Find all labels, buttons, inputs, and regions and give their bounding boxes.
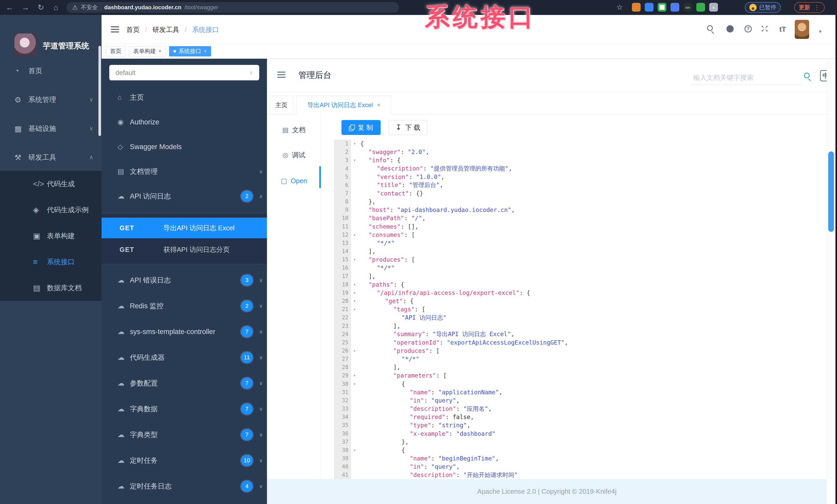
fold-arrow-icon[interactable]: ▾ <box>351 299 358 303</box>
api-group-param-config[interactable]: ☁参数配置7∨ <box>102 370 267 396</box>
pin-extension-icon[interactable] <box>645 3 654 12</box>
close-icon[interactable]: × <box>159 48 162 54</box>
bookmark-star-icon[interactable]: ☆ <box>617 3 623 12</box>
code-line: 20▾"get": { <box>334 297 827 305</box>
api-group-scheduled-job-log[interactable]: ☁定时任务日志4∨ <box>102 473 267 499</box>
fullscreen-icon[interactable]: ↖↗↙↘ <box>761 25 768 32</box>
kebab-menu-icon[interactable]: ⋮ <box>814 4 820 11</box>
chevron-icon[interactable]: ∨ <box>259 354 263 360</box>
help-icon[interactable]: ? <box>745 25 752 33</box>
api-group-sys-sms-template-controller[interactable]: ☁sys-sms-template-controller7∨ <box>102 319 267 344</box>
api-group-select[interactable]: default ∨ <box>109 65 259 80</box>
api-group-dict-type[interactable]: ☁字典类型7∨ <box>102 422 267 448</box>
chevron-icon[interactable]: ∨ <box>259 406 263 412</box>
sidebar-item-system[interactable]: ⚙系统管理∨ <box>0 85 102 114</box>
api-group-code-generator[interactable]: ☁代码生成器11∨ <box>102 344 267 370</box>
api-group-swagger-models[interactable]: ◇Swagger Models <box>102 134 267 159</box>
scrollbar-thumb[interactable] <box>828 151 834 232</box>
update-button[interactable]: 更新 ⋮ <box>794 2 825 13</box>
on-switch-extension-icon[interactable]: on <box>683 3 692 12</box>
chevron-down-icon[interactable]: ▾ <box>819 28 821 35</box>
api-group-redis-monitor[interactable]: ☁Redis 监控2∨ <box>102 293 267 319</box>
fold-arrow-icon[interactable]: ▾ <box>351 158 358 163</box>
chevron-icon[interactable]: ∨ <box>259 458 263 464</box>
breadcrumb-home[interactable]: 首页 <box>126 26 140 34</box>
fold-arrow-icon[interactable]: ▾ <box>351 232 358 237</box>
chevron-icon[interactable]: ∧ <box>259 193 263 199</box>
fold-arrow-icon[interactable]: ▾ <box>351 142 358 146</box>
leaf-extension-icon[interactable] <box>696 3 705 12</box>
breadcrumb-devtools[interactable]: 研发工具 <box>153 26 179 34</box>
tag-form-build[interactable]: 表单构建× <box>129 46 166 56</box>
download-icon: ↧ <box>395 125 402 130</box>
side-tab-document[interactable]: ▤文档 <box>267 122 321 137</box>
api-op-export-api-access-log-excel[interactable]: GET导出API 访问日志 Excel <box>102 218 267 238</box>
sidebar-item-codegen-demo[interactable]: ◈代码生成示例 <box>0 197 102 223</box>
paused-extension-button[interactable]: 已暂停 <box>745 2 781 13</box>
close-icon[interactable]: × <box>377 102 380 108</box>
api-group-authorize[interactable]: ◉Authorize <box>102 110 267 134</box>
api-group-post[interactable]: ☁岗位 <box>102 499 267 504</box>
search-icon[interactable] <box>707 25 713 32</box>
api-group-home[interactable]: ⌂主页 <box>102 85 267 110</box>
chevron-icon[interactable]: ∨ <box>259 483 263 489</box>
copy-button[interactable]: 复 制 <box>341 120 380 135</box>
tag-system-api[interactable]: 系统接口× <box>169 46 211 56</box>
doc-search-icon[interactable] <box>804 73 810 79</box>
chevron-icon[interactable]: ∨ <box>259 303 263 309</box>
line-number: 21 <box>334 305 351 313</box>
download-button[interactable]: ↧ 下 载 <box>389 120 427 135</box>
forward-icon[interactable]: → <box>22 3 29 12</box>
sidebar-item-form-build[interactable]: ▣表单构建 <box>0 223 102 249</box>
chevron-icon[interactable]: ∨ <box>259 168 263 174</box>
fold-arrow-icon[interactable]: ▾ <box>351 291 358 295</box>
side-tab-open[interactable]: ▢Open <box>267 173 321 188</box>
api-group-scheduled-job[interactable]: ☁定时任务10∨ <box>102 448 267 473</box>
fold-arrow-icon[interactable]: ▾ <box>351 373 358 378</box>
api-group-doc-manage[interactable]: ▤文档管理∨ <box>102 159 267 184</box>
github-icon[interactable] <box>727 25 734 33</box>
chevron-icon[interactable]: ∨ <box>259 380 263 386</box>
circle-extension-icon[interactable] <box>658 3 666 12</box>
share-extension-icon[interactable]: » <box>709 3 718 12</box>
sidebar-item-db-doc[interactable]: ▤数据库文档 <box>0 275 102 301</box>
fold-arrow-icon[interactable]: ▾ <box>351 282 358 287</box>
api-group-api-access-log[interactable]: ☁API 访问日志2∧ <box>102 184 267 209</box>
fold-arrow-icon[interactable]: ▾ <box>351 257 358 262</box>
side-tab-debug[interactable]: ◎调试 <box>267 147 321 163</box>
doc-search-input[interactable]: 输入文档关键字搜索 <box>693 73 753 82</box>
scrollbar-track[interactable] <box>827 59 835 479</box>
sidebar-item-devtools[interactable]: ⚒研发工具∧ <box>0 143 102 172</box>
sidebar-scrollbar[interactable] <box>99 46 101 136</box>
doc-collapse-icon[interactable] <box>277 72 286 78</box>
count-badge: 11 <box>241 352 252 363</box>
doc-tab-export-api-access-log-excel[interactable]: 导出API 访问日志 Excel× <box>296 96 391 114</box>
font-size-icon[interactable]: tT <box>779 25 786 34</box>
home-icon[interactable]: ⌂ <box>54 3 58 12</box>
chevron-icon[interactable]: ∨ <box>259 277 263 283</box>
code-editor[interactable]: 1▾{2"swagger": "2.0",3▾"info": {4"descri… <box>334 139 827 479</box>
avatar[interactable] <box>795 20 809 39</box>
sidebar-item-home[interactable]: ◔首页 <box>0 56 102 85</box>
address-bar[interactable]: ⚠ 不安全 dashboard.yudao.iocoder.cn /tool/s… <box>67 2 399 13</box>
reload-icon[interactable]: ↻ <box>38 3 44 12</box>
api-group-api-error-log[interactable]: ☁API 错误日志3∨ <box>102 267 267 293</box>
chevron-icon[interactable]: ∨ <box>259 329 263 335</box>
tag-home[interactable]: 首页 <box>106 46 126 56</box>
fold-arrow-icon[interactable]: ▾ <box>351 382 358 386</box>
sidebar-item-infra[interactable]: ▦基础设施∨ <box>0 114 102 143</box>
fold-arrow-icon[interactable]: ▾ <box>351 307 358 312</box>
close-icon[interactable]: × <box>204 48 207 54</box>
sidebar-item-codegen[interactable]: </>代码生成 <box>0 171 102 197</box>
chevron-icon[interactable]: ∨ <box>259 432 263 438</box>
sidebar-item-system-api[interactable]: ≡系统接口 <box>0 249 102 275</box>
fold-arrow-icon[interactable]: ▾ <box>351 448 358 452</box>
grid-extension-icon[interactable] <box>671 3 679 12</box>
api-op-get-api-access-log-page[interactable]: GET获得API 访问日志分页 <box>102 239 267 260</box>
api-group-dict-data[interactable]: ☁字典数据7∨ <box>102 396 267 422</box>
doc-tab-home[interactable]: 主页 <box>270 96 293 114</box>
collapse-menu-icon[interactable] <box>111 26 119 33</box>
orange-extension-icon[interactable] <box>632 3 641 12</box>
back-icon[interactable]: ← <box>6 3 13 12</box>
fold-arrow-icon[interactable]: ▾ <box>351 349 358 353</box>
